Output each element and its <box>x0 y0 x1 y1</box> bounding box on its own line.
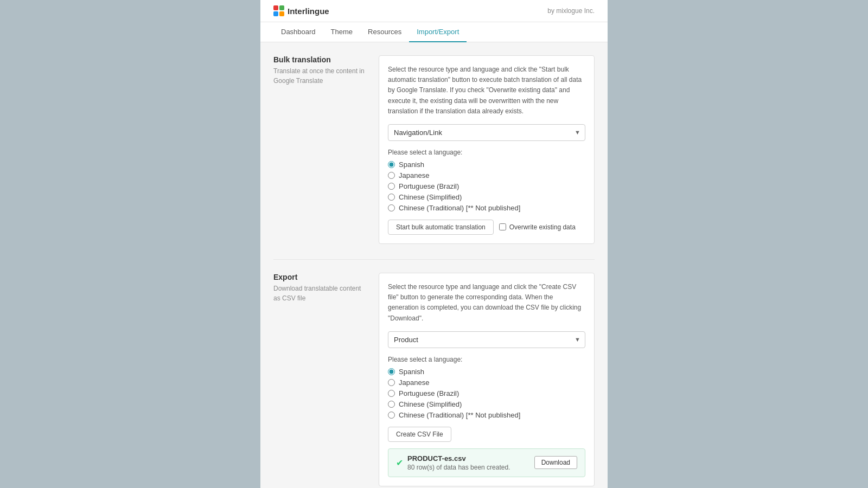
logo-text: Interlingue <box>288 7 329 16</box>
overwrite-checkbox[interactable] <box>499 223 506 230</box>
create-csv-button[interactable]: Create CSV File <box>388 427 451 442</box>
bulk-lang-portuguese[interactable]: Portuguese (Brazil) <box>388 182 585 190</box>
export-section: Export Download translatable content as … <box>273 273 595 486</box>
overwrite-label[interactable]: Overwrite existing data <box>499 223 576 231</box>
export-lang-spanish-radio[interactable] <box>388 368 395 375</box>
export-lang-label: Please select a language: <box>388 356 585 363</box>
svg-rect-3 <box>279 11 284 16</box>
download-button[interactable]: Download <box>534 456 577 469</box>
bulk-lang-chinese-traditional-radio[interactable] <box>388 204 395 211</box>
export-lang-portuguese-radio[interactable] <box>388 390 395 397</box>
bulk-desc: Translate at once the content in Google … <box>273 66 366 86</box>
bulk-language-group: Spanish Japanese Portuguese (Brazil) Chi… <box>388 160 585 212</box>
export-success-icon: ✔ <box>396 458 403 468</box>
header-byline: by mixlogue Inc. <box>547 7 595 15</box>
bulk-resource-select[interactable]: Navigation/Link <box>388 124 585 141</box>
export-success-left: ✔ PRODUCT-es.csv 80 row(s) of data has b… <box>396 454 510 471</box>
bulk-lang-japanese[interactable]: Japanese <box>388 171 585 179</box>
bulk-actions: Start bulk automatic translation Overwri… <box>388 220 585 235</box>
bulk-lang-portuguese-radio[interactable] <box>388 183 395 190</box>
export-info-text: Select the resource type and language an… <box>388 282 585 324</box>
export-lang-chinese-simplified[interactable]: Chinese (Simplified) <box>388 400 585 408</box>
section-left-bulk: Bulk translation Translate at once the c… <box>273 55 366 244</box>
bulk-lang-spanish[interactable]: Spanish <box>388 160 585 169</box>
bulk-lang-chinese-traditional[interactable]: Chinese (Traditional) [** Not published] <box>388 204 585 212</box>
start-bulk-translation-button[interactable]: Start bulk automatic translation <box>388 220 494 235</box>
export-actions: Create CSV File <box>388 427 585 442</box>
export-lang-spanish[interactable]: Spanish <box>388 368 585 376</box>
logo: Interlingue <box>273 5 329 16</box>
export-success-info: PRODUCT-es.csv 80 row(s) of data has bee… <box>407 454 510 471</box>
section-left-export: Export Download translatable content as … <box>273 273 366 486</box>
bulk-resource-select-wrapper: Navigation/Link ▼ <box>388 124 585 141</box>
tab-dashboard[interactable]: Dashboard <box>273 22 323 42</box>
bulk-lang-spanish-radio[interactable] <box>388 161 395 168</box>
export-lang-chinese-traditional[interactable]: Chinese (Traditional) [** Not published] <box>388 411 585 419</box>
bulk-lang-chinese-simplified-radio[interactable] <box>388 194 395 201</box>
svg-rect-0 <box>273 5 278 10</box>
export-lang-japanese[interactable]: Japanese <box>388 378 585 387</box>
bulk-panel: Select the resource type and language an… <box>379 55 595 244</box>
logo-icon <box>273 5 284 16</box>
export-lang-chinese-simplified-radio[interactable] <box>388 401 395 408</box>
bulk-lang-japanese-radio[interactable] <box>388 172 395 179</box>
export-filename: PRODUCT-es.csv <box>407 454 510 463</box>
divider-1 <box>273 259 595 260</box>
export-title: Export <box>273 273 366 281</box>
export-desc: Download translatable content as CSV fil… <box>273 284 366 303</box>
bulk-lang-label: Please select a language: <box>388 149 585 156</box>
app-header: Interlingue by mixlogue Inc. <box>260 0 608 22</box>
tab-import-export[interactable]: Import/Export <box>409 22 467 42</box>
tab-resources[interactable]: Resources <box>360 22 409 42</box>
svg-rect-2 <box>273 11 278 16</box>
export-success-row: ✔ PRODUCT-es.csv 80 row(s) of data has b… <box>388 448 585 477</box>
export-resource-select-wrapper: Product ▼ <box>388 331 585 348</box>
bulk-lang-chinese-simplified[interactable]: Chinese (Simplified) <box>388 193 585 201</box>
bulk-info-text: Select the resource type and language an… <box>388 65 585 117</box>
export-panel: Select the resource type and language an… <box>379 273 595 486</box>
export-lang-japanese-radio[interactable] <box>388 379 395 386</box>
bulk-title: Bulk translation <box>273 55 366 64</box>
bulk-translation-section: Bulk translation Translate at once the c… <box>273 55 595 244</box>
export-lang-chinese-traditional-radio[interactable] <box>388 412 395 419</box>
svg-rect-1 <box>279 5 284 10</box>
export-lang-portuguese[interactable]: Portuguese (Brazil) <box>388 389 585 397</box>
main-content: Bulk translation Translate at once the c… <box>260 42 608 488</box>
export-resource-select[interactable]: Product <box>388 331 585 348</box>
export-language-group: Spanish Japanese Portuguese (Brazil) Chi… <box>388 368 585 419</box>
tab-theme[interactable]: Theme <box>323 22 360 42</box>
export-success-msg: 80 row(s) of data has been created. <box>407 464 510 471</box>
nav-tabs: Dashboard Theme Resources Import/Export <box>260 22 608 42</box>
